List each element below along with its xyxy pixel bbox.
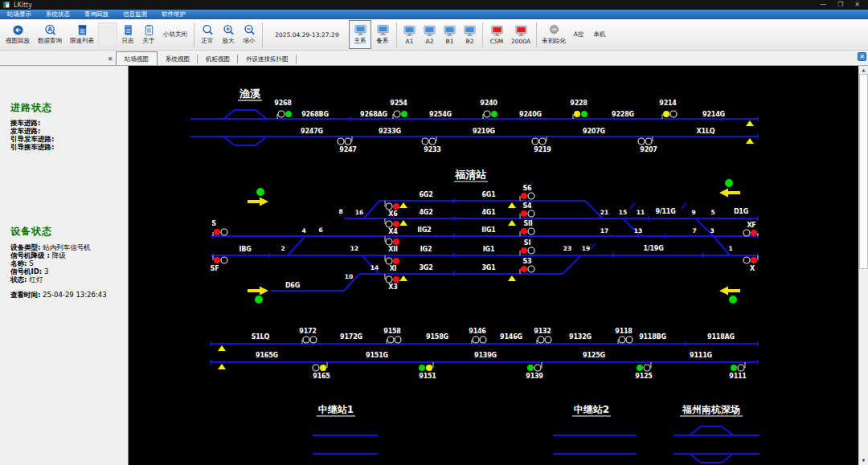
main-system-button[interactable]: 主系 (349, 20, 371, 49)
tab-system-view[interactable]: 系统视图 (158, 53, 198, 65)
signal-9118[interactable]: 9118 (615, 328, 633, 344)
scrollbar-thumb[interactable] (859, 74, 868, 269)
small-track-closed-label: 小轨关闭 (159, 31, 191, 39)
signal-9254[interactable]: 9254 (390, 100, 407, 119)
monitor-red-icon (490, 25, 504, 37)
signal-9219[interactable]: 9219 (532, 137, 551, 153)
a1-button[interactable]: A1 (399, 20, 420, 49)
svg-text:9118BG: 9118BG (639, 333, 666, 341)
signal-9132[interactable]: 9132 (534, 328, 551, 344)
signal-9207[interactable]: 9207 (638, 137, 657, 153)
device-status-title: 设备状态 (10, 225, 52, 239)
signal-9268[interactable]: 9268 (274, 100, 292, 119)
about-button[interactable]: 关于 (138, 20, 159, 49)
signal-9125[interactable]: 9125 (635, 362, 653, 380)
vertical-scrollbar[interactable]: ▲ ▼ (858, 66, 868, 465)
route-status-item-0: 接车进路: (10, 119, 54, 127)
zoom-out-icon (243, 24, 256, 36)
direction-arrow-icon (248, 287, 268, 296)
scrollbar-down-icon[interactable]: ▼ (859, 456, 868, 464)
tab-peripheral-topology-view[interactable]: 外设连接拓扑图 (238, 53, 297, 65)
signal-SII[interactable]: SII (520, 220, 534, 236)
menu-item-1[interactable]: 系统状态 (39, 10, 77, 18)
svg-text:SI: SI (524, 239, 531, 247)
signal-XF[interactable]: XF (743, 222, 758, 236)
signals: 926892549240922892149247923392199207SSFX… (211, 100, 758, 380)
svg-text:12: 12 (350, 245, 358, 252)
menu-item-4[interactable]: 软件维护 (154, 10, 193, 18)
speed-limit-list-button[interactable]: 限速列表 (66, 20, 98, 49)
svg-text:XF: XF (747, 222, 755, 229)
signal-SI[interactable]: SI (520, 239, 534, 255)
zoom-normal-button[interactable]: 正常 (197, 20, 218, 49)
signal-S[interactable]: S (211, 220, 227, 236)
svg-text:9228: 9228 (570, 100, 588, 107)
signal-9240[interactable]: 9240 (480, 100, 497, 119)
data-query-button[interactable]: A数据查询 (34, 20, 66, 49)
about-button-label: 关于 (143, 37, 155, 45)
signal-9214[interactable]: 9214 (659, 100, 677, 119)
svg-text:9158: 9158 (383, 328, 401, 335)
signal-XI[interactable]: XI (385, 255, 399, 272)
svg-text:渔溪: 渔溪 (239, 88, 261, 100)
tab-cabinet-view[interactable]: 机柜视图 (198, 53, 238, 65)
signal-X[interactable]: X (743, 255, 758, 272)
tab-station-view[interactable]: 站场视图 (116, 51, 158, 65)
signal-9228[interactable]: 9228 (570, 100, 588, 119)
2000a-button[interactable]: 2000A (508, 20, 534, 49)
signal-9146[interactable]: 9146 (469, 328, 486, 344)
view-playback-button[interactable]: 视图回放 (2, 20, 34, 49)
route-status-item-2: 引导发车进路: (10, 135, 54, 143)
signal-X6[interactable]: X6 (385, 201, 399, 218)
close-button[interactable]: ✕ (854, 2, 860, 8)
b1-button[interactable]: B1 (440, 20, 460, 49)
zoom-out-button[interactable]: 缩小 (239, 20, 260, 49)
svg-text:9228G: 9228G (612, 111, 634, 118)
b2-button[interactable]: B2 (460, 20, 480, 49)
monitor-blue-icon (354, 24, 367, 36)
svg-text:XII: XII (388, 246, 398, 253)
signal-S3[interactable]: S3 (520, 258, 534, 274)
sidebar: 进路状态 接车进路:发车进路:引导发车进路:引导接车进路: 设备状态 设备类型:… (0, 66, 129, 465)
tab-close-icon[interactable]: ✕ (104, 55, 116, 63)
menu-item-0[interactable]: 站场显示 (0, 10, 39, 18)
standby-system-button[interactable]: 备系 (371, 20, 394, 49)
signal-9151[interactable]: 9151 (419, 362, 436, 380)
signal-SF[interactable]: SF (211, 255, 227, 272)
svg-text:福清站: 福清站 (455, 169, 487, 181)
svg-text:9268BG: 9268BG (301, 111, 329, 118)
svg-text:15: 15 (619, 209, 627, 216)
scrollbar-up-icon[interactable]: ▲ (859, 66, 868, 74)
signal-9139[interactable]: 9139 (526, 362, 543, 380)
menu-item-3[interactable]: 信息监测 (116, 10, 154, 18)
a2-button[interactable]: A2 (420, 20, 440, 49)
menu-item-2[interactable]: 查询回放 (77, 10, 116, 18)
zoom-in-button[interactable]: 放大 (218, 20, 239, 49)
signal-9247[interactable]: 9247 (338, 137, 357, 153)
svg-text:9172: 9172 (299, 328, 316, 335)
csm-button[interactable]: CSM (485, 20, 508, 49)
signal-X3[interactable]: X3 (385, 274, 399, 291)
signal-XII[interactable]: XII (385, 236, 399, 253)
maximize-button[interactable]: ❐ (837, 2, 843, 8)
svg-text:3G2: 3G2 (419, 264, 432, 271)
signal-S6[interactable]: S6 (520, 185, 534, 201)
svg-text:14: 14 (371, 264, 379, 271)
svg-text:9: 9 (691, 209, 695, 216)
uninit-status-button[interactable]: 未初始化 (539, 20, 568, 49)
signal-9172[interactable]: 9172 (299, 328, 317, 344)
log-button[interactable]: 日志 (117, 20, 138, 49)
signal-9165[interactable]: 9165 (313, 362, 330, 380)
window-title: LKitty (14, 2, 32, 9)
minimize-button[interactable]: — (820, 2, 826, 8)
signal-X4[interactable]: X4 (385, 218, 399, 235)
svg-text:7: 7 (692, 227, 696, 235)
signal-9233[interactable]: 9233 (422, 137, 441, 153)
signal-9158[interactable]: 9158 (383, 328, 401, 344)
toolbar: 视图回放A数据查询限速列表日志关于小轨关闭正常放大缩小2025.04.29-13… (0, 19, 868, 51)
tabstrip-close-icon[interactable]: ✕ (858, 52, 866, 61)
svg-text:IIG1: IIG1 (481, 226, 496, 234)
monitor-blue-icon (403, 25, 416, 37)
signal-S4[interactable]: S4 (520, 202, 534, 218)
signal-9111[interactable]: 9111 (729, 362, 747, 380)
